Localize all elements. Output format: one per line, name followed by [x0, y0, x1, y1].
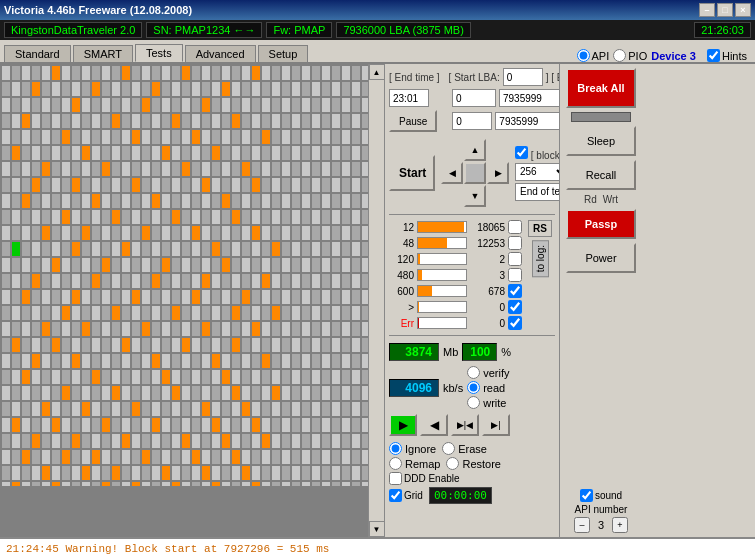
- end-button[interactable]: ▶|: [482, 414, 510, 436]
- time-input[interactable]: [389, 89, 429, 107]
- speed-bar-fill-12: [418, 222, 464, 232]
- restore-option[interactable]: Restore: [446, 457, 501, 470]
- recall-button[interactable]: Recall: [566, 160, 636, 190]
- maximize-button[interactable]: □: [717, 3, 733, 17]
- remap-option[interactable]: Remap: [389, 457, 440, 470]
- speed-bar-600: [417, 285, 467, 297]
- hints-checkbox-label[interactable]: Hints: [707, 49, 747, 62]
- close-button[interactable]: ×: [735, 3, 751, 17]
- speed-val-48: 12253: [470, 238, 505, 249]
- timer-display: 00:00:00: [429, 487, 492, 504]
- start-lba-value[interactable]: [452, 89, 496, 107]
- start-button[interactable]: Start: [389, 155, 435, 191]
- ignore-option[interactable]: Ignore: [389, 442, 436, 455]
- sleep-button[interactable]: Sleep: [566, 126, 636, 156]
- rs-button[interactable]: RS: [528, 220, 552, 237]
- time-lba-row: [ End time ] [ Start LBA: ] [ End LBA: M…: [389, 68, 555, 86]
- read-option[interactable]: read: [467, 381, 509, 394]
- device-label: Device 3: [651, 50, 696, 62]
- sound-label[interactable]: sound: [580, 489, 622, 502]
- speed-val-480: 3: [470, 270, 505, 281]
- nav-up-button[interactable]: ▲: [464, 139, 486, 161]
- log-panel: 21:24:45 Warning! Block start at 7927296…: [0, 537, 755, 559]
- start-lba-label: [ Start LBA:: [449, 72, 500, 83]
- grid-checkbox-label[interactable]: Grid: [389, 489, 423, 502]
- api-radio-label[interactable]: API: [577, 49, 610, 62]
- field2-input[interactable]: [452, 112, 492, 130]
- read-radio[interactable]: [467, 381, 480, 394]
- restore-radio[interactable]: [446, 457, 459, 470]
- speed-check-120[interactable]: [508, 252, 522, 266]
- back-button[interactable]: ◀: [420, 414, 448, 436]
- speed-row-480: 480 3: [389, 268, 522, 282]
- passp-button[interactable]: Passp: [566, 209, 636, 239]
- tabs-right-area: API PIO Device 3 Hints: [577, 49, 755, 62]
- erase-option[interactable]: Erase: [442, 442, 487, 455]
- speed-check-err[interactable]: [508, 316, 522, 330]
- start-lba-input[interactable]: [503, 68, 543, 86]
- speed-check-gt[interactable]: [508, 300, 522, 314]
- scroll-down-button[interactable]: ▼: [369, 521, 385, 537]
- break-all-button[interactable]: Break All: [566, 68, 636, 108]
- ddd-checkbox[interactable]: [389, 472, 402, 485]
- tab-standard[interactable]: Standard: [4, 45, 71, 62]
- end-lba-value[interactable]: [499, 89, 560, 107]
- speed-bar-fill-120: [418, 254, 420, 264]
- nav-left-button[interactable]: ◀: [441, 162, 463, 184]
- grid-checkbox[interactable]: [389, 489, 402, 502]
- block-size-select[interactable]: 256: [515, 163, 560, 181]
- tab-setup[interactable]: Setup: [258, 45, 309, 62]
- log-toggle[interactable]: to log:: [532, 240, 549, 277]
- api-radio[interactable]: [577, 49, 590, 62]
- field2-right[interactable]: [495, 112, 560, 130]
- speed-val-120: 2: [470, 254, 505, 265]
- end-of-test-select[interactable]: End of test: [515, 183, 560, 201]
- ignore-radio[interactable]: [389, 442, 402, 455]
- pause-button[interactable]: Pause: [389, 110, 437, 132]
- middle-panel: [ End time ] [ Start LBA: ] [ End LBA: M…: [385, 64, 560, 537]
- erase-radio[interactable]: [442, 442, 455, 455]
- speed-check-12[interactable]: [508, 220, 522, 234]
- hints-checkbox[interactable]: [707, 49, 720, 62]
- nav-down-button[interactable]: ▼: [464, 185, 486, 207]
- block-size-check[interactable]: [515, 146, 528, 159]
- main-content: ▲ ▼ [ End time ] [ Start LBA: ] [ End LB…: [0, 64, 755, 537]
- power-button[interactable]: Power: [566, 243, 636, 273]
- nav-center: [464, 162, 486, 184]
- log-entry-0: 21:24:45 Warning! Block start at 7927296…: [6, 542, 749, 557]
- ddd-label[interactable]: DDD Enable: [389, 472, 460, 485]
- verify-radio[interactable]: [467, 366, 480, 379]
- tab-advanced[interactable]: Advanced: [185, 45, 256, 62]
- write-option[interactable]: write: [467, 396, 509, 409]
- sound-checkbox[interactable]: [580, 489, 593, 502]
- read-write-group: verify read write: [467, 366, 509, 409]
- speed-check-480[interactable]: [508, 268, 522, 282]
- minimize-button[interactable]: –: [699, 3, 715, 17]
- speed-row-120: 120 2: [389, 252, 522, 266]
- tab-smart[interactable]: SMART: [73, 45, 133, 62]
- speed-num-120: 120: [389, 254, 414, 265]
- device-name: KingstonDataTraveler 2.0: [4, 22, 142, 38]
- step-fwd-button[interactable]: ▶|◀: [451, 414, 479, 436]
- speed-check-48[interactable]: [508, 236, 522, 250]
- api-num-dec[interactable]: –: [574, 517, 590, 533]
- kbs-row: 4096 kb/s verify read write: [389, 366, 555, 409]
- pio-radio-label[interactable]: PIO: [613, 49, 647, 62]
- verify-option[interactable]: verify: [467, 366, 509, 379]
- pio-radio[interactable]: [613, 49, 626, 62]
- nav-right-button[interactable]: ▶: [487, 162, 509, 184]
- speed-check-600[interactable]: [508, 284, 522, 298]
- separator2: [389, 335, 555, 336]
- ignore-erase-row: Ignore Erase: [389, 442, 555, 455]
- play-button[interactable]: ▶: [389, 414, 417, 436]
- speed-bar-fill-480: [418, 270, 422, 280]
- tab-tests[interactable]: Tests: [135, 44, 183, 62]
- time-lba-row2: [389, 89, 555, 107]
- scroll-up-button[interactable]: ▲: [369, 64, 385, 80]
- write-radio[interactable]: [467, 396, 480, 409]
- speed-bar-48: [417, 237, 467, 249]
- block-size-label: [ block size ]: [515, 146, 560, 161]
- remap-radio[interactable]: [389, 457, 402, 470]
- api-num-inc[interactable]: +: [612, 517, 628, 533]
- separator1: [389, 214, 555, 215]
